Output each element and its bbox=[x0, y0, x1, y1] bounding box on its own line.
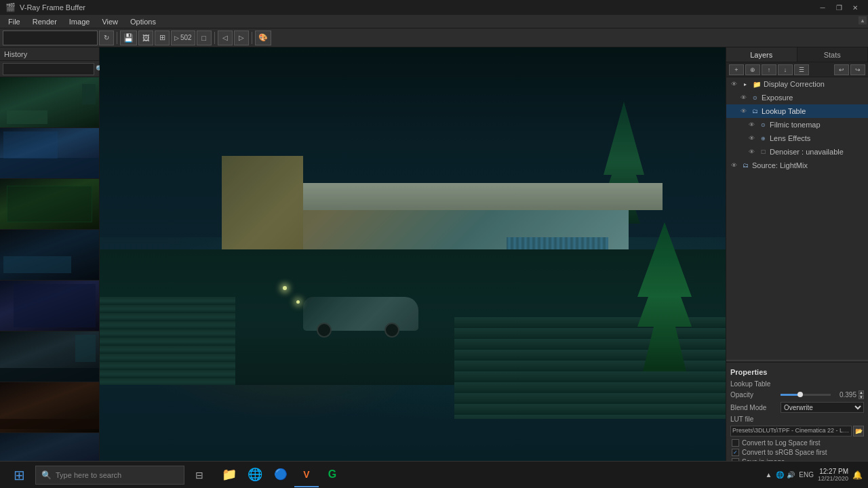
layer-down-button[interactable]: ↓ bbox=[778, 64, 793, 75]
layer-eye-lens[interactable]: 👁 bbox=[747, 134, 756, 143]
layer-up-button[interactable]: ↑ bbox=[762, 64, 776, 75]
light-1 bbox=[283, 286, 287, 290]
toolbar-sep2 bbox=[214, 32, 215, 44]
taskbar-search-text: Type here to search bbox=[56, 471, 121, 479]
layer-add2-button[interactable]: ⊕ bbox=[745, 64, 760, 75]
counter-value: 502 bbox=[180, 34, 192, 41]
paver-stripes bbox=[100, 297, 235, 385]
layer-filmic-icon: ⊙ bbox=[758, 120, 768, 129]
convert-log-checkbox[interactable] bbox=[732, 439, 739, 447]
right-tab-bar: Layers Stats bbox=[726, 47, 868, 62]
taskbar-app-edge[interactable]: 🌐 bbox=[243, 463, 267, 487]
refresh-button[interactable]: ↻ bbox=[99, 30, 114, 45]
taskbar-search[interactable]: 🔍 Type here to search bbox=[35, 466, 184, 485]
minimize-button[interactable]: ─ bbox=[815, 3, 830, 12]
save-button[interactable]: 💾 bbox=[120, 30, 137, 45]
layer-eye-filmic[interactable]: 👁 bbox=[747, 120, 756, 129]
region-button[interactable]: ⊞ bbox=[155, 30, 170, 45]
taskbar-app-chrome[interactable]: 🔵 bbox=[269, 463, 293, 487]
toolbar-sep3 bbox=[252, 32, 252, 44]
thumbnail-item[interactable] bbox=[0, 281, 99, 331]
tray-icons-group[interactable]: ▲ bbox=[765, 471, 772, 479]
tray-system-icons: 🌐 🔊 bbox=[776, 471, 795, 479]
thumbnail-item[interactable] bbox=[0, 382, 99, 433]
titlebar-controls: ─ ❐ ✕ bbox=[815, 3, 863, 12]
menu-view[interactable]: View bbox=[96, 16, 123, 27]
layer-eye-lookup-table[interactable]: 👁 bbox=[738, 106, 748, 116]
chrome-icon: 🔵 bbox=[274, 468, 288, 481]
layer-list-button[interactable]: ☰ bbox=[794, 64, 809, 75]
toolbar: ↻ 💾 🖼 ⊞ ▷ 502 □ ◁ ▷ 🎨 bbox=[0, 28, 868, 47]
layer-lens-icon: ⊕ bbox=[758, 134, 768, 143]
opacity-slider[interactable] bbox=[781, 394, 831, 396]
layer-undo-button[interactable]: ↩ bbox=[834, 64, 849, 75]
save-image-button[interactable]: 🖼 bbox=[138, 30, 153, 45]
opacity-up-btn[interactable]: ▲ bbox=[859, 390, 864, 394]
prop-lut-label: LUT file bbox=[730, 415, 778, 423]
thumbnail-item[interactable] bbox=[0, 230, 99, 281]
layer-redo-button[interactable]: ↪ bbox=[850, 64, 865, 75]
scroll-up-arrow[interactable]: ▲ bbox=[859, 16, 867, 24]
task-view-button[interactable]: ⊟ bbox=[187, 463, 212, 487]
layer-exposure[interactable]: 👁 ⊙ Exposure bbox=[726, 91, 868, 104]
taskbar-app-vray[interactable]: V bbox=[294, 463, 319, 487]
layer-type-icon: 📁 bbox=[752, 79, 762, 89]
prev-button[interactable]: ◁ bbox=[218, 30, 233, 45]
toolbar-sep1 bbox=[117, 32, 117, 44]
render-scene bbox=[100, 47, 726, 473]
layer-display-correction[interactable]: 👁 ▸ 📁 Display Correction bbox=[726, 77, 868, 91]
thumbnail-item[interactable] bbox=[0, 179, 99, 230]
prop-blend-label: Blend Mode bbox=[730, 404, 778, 411]
layer-eye-lightmix[interactable]: 👁 bbox=[729, 161, 738, 170]
thumbnail-item[interactable] bbox=[0, 331, 99, 382]
tray-lang[interactable]: ENG bbox=[799, 471, 814, 479]
volume-icon[interactable]: 🔊 bbox=[787, 471, 795, 479]
network-icon[interactable]: 🌐 bbox=[776, 471, 784, 479]
layer-denoiser[interactable]: 👁 ☐ Denoiser : unavailable bbox=[726, 145, 868, 159]
render-viewport[interactable] bbox=[100, 47, 726, 473]
thumbnail-item[interactable] bbox=[0, 128, 99, 179]
notification-icon[interactable]: 🔔 bbox=[852, 470, 863, 480]
convert-srgb-label: Convert to sRGB Space first bbox=[742, 449, 827, 456]
render-preset-dropdown[interactable] bbox=[3, 30, 98, 45]
tab-stats[interactable]: Stats bbox=[797, 47, 869, 62]
tab-layers[interactable]: Layers bbox=[726, 47, 797, 62]
layer-label-exposure: Exposure bbox=[762, 94, 865, 102]
layer-eye-exposure[interactable]: 👁 bbox=[738, 93, 748, 102]
layer-add-button[interactable]: + bbox=[729, 64, 744, 75]
taskbar-app-green[interactable]: G bbox=[320, 463, 344, 487]
opacity-spinners: ▲ ▼ bbox=[859, 390, 864, 399]
clock-display[interactable]: 12:27 PM 12/21/2020 bbox=[818, 468, 848, 482]
layer-eye-denoiser[interactable]: 👁 bbox=[747, 147, 756, 157]
thumbnail-item[interactable] bbox=[0, 77, 99, 128]
color-correct-button[interactable]: 🎨 bbox=[255, 30, 271, 45]
taskbar-app-explorer[interactable]: 📁 bbox=[217, 463, 241, 487]
taskbar-search-icon: 🔍 bbox=[41, 470, 52, 480]
menu-file[interactable]: File bbox=[3, 16, 26, 27]
counter-button[interactable]: ▷ 502 bbox=[171, 30, 195, 45]
menu-image[interactable]: Image bbox=[64, 16, 96, 27]
next-button[interactable]: ▷ bbox=[234, 30, 249, 45]
display-mode-button[interactable]: □ bbox=[197, 30, 212, 45]
close-button[interactable]: ✕ bbox=[848, 3, 863, 12]
history-search-input[interactable] bbox=[3, 63, 94, 75]
start-button[interactable]: ⊞ bbox=[5, 462, 33, 489]
menu-render[interactable]: Render bbox=[27, 16, 62, 27]
blend-mode-select[interactable]: Overwrite bbox=[781, 402, 864, 413]
layer-eye-display-correction[interactable]: 👁 bbox=[729, 79, 738, 89]
layer-lens-effects[interactable]: 👁 ⊕ Lens Effects bbox=[726, 131, 868, 145]
building-roof bbox=[269, 183, 663, 210]
convert-srgb-checkbox[interactable]: ✓ bbox=[732, 449, 739, 456]
layer-filmic-tonemap[interactable]: 👁 ⊙ Filmic tonemap bbox=[726, 118, 868, 131]
menu-options[interactable]: Options bbox=[125, 16, 161, 27]
restore-button[interactable]: ❐ bbox=[831, 3, 846, 12]
layer-source-lightmix[interactable]: 👁 🗂 Source: LightMix bbox=[726, 159, 868, 172]
lut-browse-button[interactable]: 📂 bbox=[853, 426, 864, 436]
opacity-down-btn[interactable]: ▼ bbox=[859, 395, 864, 399]
app-icon: 🎬 bbox=[5, 3, 16, 12]
layer-label-lookup-table: Lookup Table bbox=[762, 107, 865, 115]
layer-label-lens: Lens Effects bbox=[770, 134, 865, 142]
opacity-slider-thumb[interactable] bbox=[797, 392, 803, 397]
layer-lookup-table[interactable]: 👁 🗂 Lookup Table bbox=[726, 104, 868, 118]
layer-label-denoiser: Denoiser : unavailable bbox=[770, 148, 865, 156]
